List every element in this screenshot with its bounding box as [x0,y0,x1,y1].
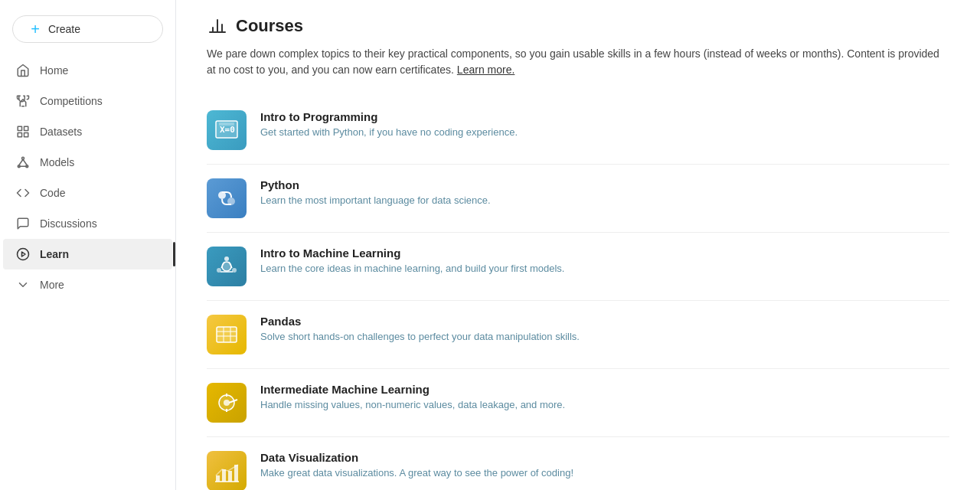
svg-rect-29 [217,327,237,342]
sidebar-item-home[interactable]: Home [3,55,172,86]
sidebar-item-label: Code [40,187,65,199]
svg-marker-12 [22,252,26,256]
main-content: Courses We pare down complex topics to t… [176,0,980,490]
sidebar-item-more[interactable]: More [3,270,172,300]
sidebar-item-label: Datasets [40,126,82,138]
svg-point-35 [224,400,230,406]
svg-line-8 [19,159,23,165]
sidebar-item-code[interactable]: Code [3,178,172,208]
course-desc: Handle missing values, non-numeric value… [260,399,949,410]
courses-description: We pare down complex topics to their key… [207,46,949,78]
course-item-intro-ml[interactable]: Intro to Machine Learning Learn the core… [207,233,949,301]
course-name: Pandas [260,315,949,328]
course-info: Intro to Machine Learning Learn the core… [260,247,949,274]
create-label: Create [48,23,80,35]
course-info: Data Visualization Make great data visua… [260,451,949,479]
svg-rect-3 [24,133,28,137]
models-icon [15,155,31,170]
course-icon [207,315,247,354]
sidebar-item-label: Competitions [40,95,103,107]
svg-rect-1 [18,126,21,130]
svg-rect-39 [222,469,226,482]
sidebar: + Create Home Competitions [0,0,176,490]
sidebar-item-datasets[interactable]: Datasets [3,116,172,147]
course-item-python[interactable]: Python Learn the most important language… [207,165,949,233]
courses-header: Courses [207,15,949,37]
chevron-down-icon [15,277,31,292]
sidebar-item-competitions[interactable]: Competitions [3,86,172,116]
course-name: Intermediate Machine Learning [260,383,949,396]
course-desc: Learn the core ideas in machine learning… [260,263,949,274]
course-info: Pandas Solve short hands-on challenges t… [260,315,949,342]
sidebar-item-learn[interactable]: Learn [3,239,172,270]
course-icon [207,247,247,286]
svg-text:X=0: X=0 [220,125,235,135]
svg-rect-19 [219,122,234,126]
course-icon [207,178,247,218]
learn-icon [15,247,31,262]
course-list: X=0 Intro to Programming Get started wit… [207,96,949,490]
sidebar-item-label: Home [40,64,68,77]
course-info: Python Learn the most important language… [260,178,949,206]
svg-rect-4 [18,133,21,137]
svg-point-23 [224,256,229,261]
courses-icon [207,15,228,37]
svg-rect-38 [216,475,220,482]
svg-line-9 [23,159,27,165]
sidebar-item-label: More [40,279,64,291]
home-icon [15,63,31,78]
sidebar-item-label: Discussions [40,217,97,230]
sidebar-item-discussions[interactable]: Discussions [3,208,172,239]
sidebar-item-label: Learn [40,248,69,260]
course-info: Intro to Programming Get started with Py… [260,110,949,138]
course-icon [207,383,247,423]
discussions-icon [15,216,31,231]
course-item-intermediate-ml[interactable]: Intermediate Machine Learning Handle mis… [207,369,949,437]
course-name: Python [260,178,949,191]
trophy-icon [15,93,31,109]
sidebar-item-label: Models [40,156,74,168]
course-icon [207,451,247,490]
sidebar-item-models[interactable]: Models [3,147,172,178]
course-item-data-viz[interactable]: Data Visualization Make great data visua… [207,437,949,490]
datasets-icon [15,124,31,139]
course-desc: Learn the most important language for da… [260,194,949,206]
learn-more-link[interactable]: Learn more. [457,64,514,76]
course-name: Data Visualization [260,451,949,464]
code-icon [15,185,31,201]
svg-point-11 [18,249,29,260]
plus-icon: + [28,22,42,36]
course-desc: Get started with Python, if you have no … [260,126,949,138]
course-name: Intro to Machine Learning [260,247,949,260]
course-item-pandas[interactable]: Pandas Solve short hands-on challenges t… [207,301,949,369]
course-name: Intro to Programming [260,110,949,123]
svg-rect-40 [228,471,232,482]
course-desc: Make great data visualizations. A great … [260,467,949,479]
page-title: Courses [236,16,303,36]
create-button[interactable]: + Create [12,15,163,43]
course-desc: Solve short hands-on challenges to perfe… [260,331,949,342]
svg-rect-2 [24,126,28,130]
course-item-intro-programming[interactable]: X=0 Intro to Programming Get started wit… [207,96,949,165]
course-icon: X=0 [207,110,247,150]
course-info: Intermediate Machine Learning Handle mis… [260,383,949,410]
